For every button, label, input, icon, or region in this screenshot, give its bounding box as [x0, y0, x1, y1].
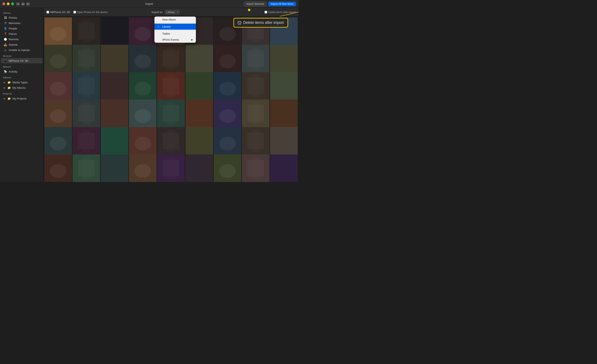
photo-cell[interactable]	[72, 127, 100, 155]
sidebar-item-my-projects[interactable]: ▶ 📁 My Projects	[1, 96, 42, 101]
photo-cell[interactable]	[101, 45, 128, 72]
sidebar-item-people[interactable]: 👤 People	[1, 26, 42, 31]
photo-cell[interactable]	[72, 45, 100, 72]
photo-thumbnail	[44, 154, 72, 182]
import-bar: MiPhone VII: 3D Open Photos for this dev…	[44, 8, 298, 16]
photo-cell[interactable]	[129, 100, 157, 127]
photo-cell[interactable]	[214, 127, 241, 155]
minimize-button[interactable]	[7, 2, 9, 5]
photo-cell[interactable]	[214, 154, 241, 182]
import-to-select[interactable]: Library	[165, 10, 180, 15]
photo-thumbnail	[72, 72, 100, 100]
photo-cell[interactable]	[270, 154, 298, 182]
svg-rect-114	[101, 127, 128, 155]
sidebar-item-activity[interactable]: 📡 Activity	[1, 69, 42, 74]
sidebar-item-unable-to-upload[interactable]: ⚠ Unable to Upload	[1, 47, 42, 53]
import-selected-button[interactable]: Import Selected	[244, 1, 267, 7]
dropdown-item-twitter[interactable]: Twitter	[154, 31, 196, 37]
open-photos-label-group: Open Photos for this device	[73, 11, 108, 14]
sidebar-item-my-albums[interactable]: ▶ 📁 My Albums	[1, 85, 42, 90]
photo-cell[interactable]	[270, 72, 298, 100]
photo-cell[interactable]	[270, 100, 298, 127]
photo-cell[interactable]	[186, 45, 213, 72]
svg-point-37	[134, 55, 151, 68]
sidebar-item-miphone[interactable]: 📱 MiPhone VII: 3D	[1, 58, 42, 63]
sidebar-item-places[interactable]: 📍 Places	[1, 31, 42, 37]
photo-cell[interactable]	[44, 127, 72, 155]
import-to-dropdown: New Album ✓ Library Twitter iPhoto Event…	[154, 16, 196, 43]
device-name-label: MiPhone VII: 3D	[50, 11, 70, 14]
photo-cell[interactable]	[129, 45, 157, 72]
library-section-title: Library	[0, 9, 43, 15]
photo-cell[interactable]	[72, 17, 100, 45]
sidebar-item-photos[interactable]: 🖼 Photos	[1, 15, 42, 20]
open-photos-checkbox[interactable]	[73, 11, 76, 14]
albums-section-title: Albums	[0, 74, 43, 79]
photo-cell[interactable]	[101, 100, 128, 127]
photo-cell[interactable]	[101, 127, 128, 155]
photo-cell[interactable]	[72, 72, 100, 100]
photo-cell[interactable]	[157, 127, 185, 155]
dropdown-item-iphoto-events[interactable]: iPhoto Events ▶	[154, 37, 196, 43]
dropdown-item-label: iPhoto Events	[162, 38, 179, 41]
photo-cell[interactable]	[129, 127, 157, 155]
import-all-button[interactable]: Import All New Items	[268, 2, 296, 6]
photo-cell[interactable]	[242, 154, 269, 182]
slider-control[interactable]: ▬	[21, 2, 25, 5]
photo-thumbnail	[242, 154, 269, 182]
photo-cell[interactable]	[44, 72, 72, 100]
photo-cell[interactable]	[186, 154, 213, 182]
photo-cell[interactable]	[270, 127, 298, 155]
sidebar-item-recents[interactable]: 🕒 Recents	[1, 37, 42, 42]
photo-cell[interactable]	[44, 17, 72, 45]
photo-cell[interactable]	[72, 154, 100, 182]
content-area: MiPhone VII: 3D Open Photos for this dev…	[44, 8, 298, 182]
photo-cell[interactable]	[44, 154, 72, 182]
close-button[interactable]	[2, 2, 5, 5]
photo-cell[interactable]	[157, 154, 185, 182]
dropdown-item-new-album[interactable]: New Album	[154, 16, 196, 23]
photo-cell[interactable]	[129, 72, 157, 100]
photo-cell[interactable]	[186, 127, 213, 155]
photo-cell[interactable]	[129, 154, 157, 182]
svg-rect-140	[82, 157, 91, 179]
photo-cell[interactable]	[157, 100, 185, 127]
photo-cell[interactable]	[101, 72, 128, 100]
photo-cell[interactable]	[157, 72, 185, 100]
photo-cell[interactable]	[72, 100, 100, 127]
annotation-arrow-line	[274, 8, 298, 17]
sidebar-toggle-button[interactable]: ⊟	[16, 2, 20, 5]
photo-cell[interactable]	[101, 154, 128, 182]
photo-cell[interactable]	[157, 45, 185, 72]
sidebar-item-memories[interactable]: ⏱ Memories	[1, 20, 42, 26]
photo-cell[interactable]	[242, 100, 269, 127]
svg-rect-104	[251, 103, 260, 124]
photo-thumbnail	[214, 154, 241, 182]
photo-cell[interactable]	[270, 45, 298, 72]
zoom-button[interactable]	[11, 2, 14, 5]
photo-cell[interactable]	[186, 100, 213, 127]
view-toggle-button[interactable]: ⊞	[26, 2, 30, 5]
photo-cell[interactable]	[242, 127, 269, 155]
svg-rect-42	[186, 45, 213, 72]
delete-after-import-checkbox[interactable]	[265, 11, 267, 14]
photo-thumbnail	[157, 127, 185, 155]
photo-cell[interactable]	[44, 45, 72, 72]
photo-cell[interactable]	[242, 72, 269, 100]
photo-cell[interactable]	[101, 17, 128, 45]
places-icon: 📍	[4, 32, 7, 35]
import-to-select-wrapper[interactable]: Library	[165, 10, 180, 15]
photo-cell[interactable]	[242, 45, 269, 72]
sidebar-item-imports[interactable]: 📥 Imports	[1, 42, 42, 47]
sidebar-item-media-types[interactable]: ▶ 📁 Media Types	[1, 79, 42, 85]
photo-cell[interactable]	[44, 100, 72, 127]
svg-point-73	[219, 82, 236, 96]
photo-cell[interactable]	[129, 17, 157, 45]
photo-thumbnail	[270, 100, 298, 127]
photo-cell[interactable]	[186, 72, 213, 100]
photo-cell[interactable]	[214, 100, 241, 127]
photo-cell[interactable]	[214, 72, 241, 100]
photo-cell[interactable]	[214, 45, 241, 72]
dropdown-item-library[interactable]: ✓ Library	[154, 24, 196, 30]
select-all-checkbox[interactable]	[47, 11, 49, 14]
